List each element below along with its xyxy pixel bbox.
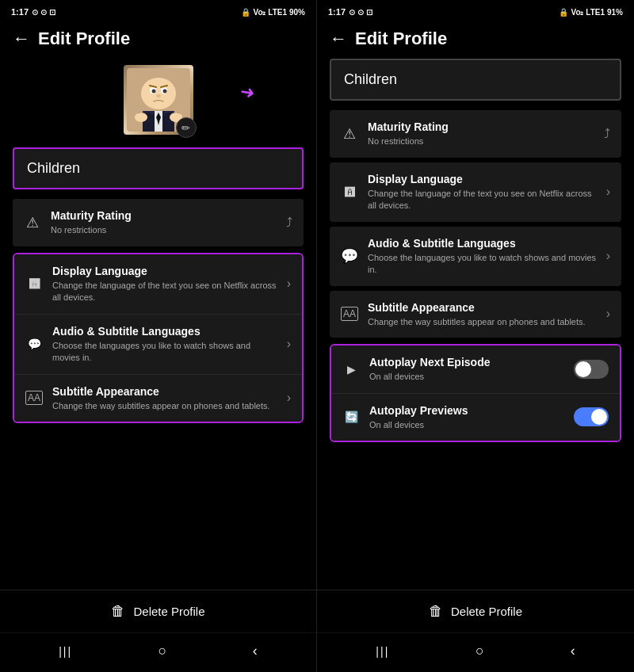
avatar-container[interactable]: ✏ [124, 65, 193, 135]
display-lang-text-right: Display Language Change the language of … [368, 172, 597, 212]
profile-name-input-left[interactable]: Children [13, 147, 304, 189]
back-button-right[interactable]: ← [330, 29, 347, 49]
svg-point-8 [156, 94, 161, 97]
profile-name-input-right[interactable]: Children [330, 59, 621, 101]
page-title-right: Edit Profile [355, 29, 447, 49]
maturity-subtitle-left: No restrictions [51, 224, 277, 236]
right-panel: 1:17 ⊙ ⊙ ⊡ 🔒 Vo₂ LTE1 91% ← Edit Profile… [317, 0, 634, 672]
autoplay-previews-icon-right: 🔄 [342, 410, 360, 423]
delete-profile-text-left: Delete Profile [133, 605, 204, 618]
subtitle-appearance-chevron-right: › [606, 307, 610, 321]
audio-subtitle-chevron-right: › [606, 249, 610, 263]
nav-back-left[interactable]: ‹ [253, 643, 258, 659]
time-right: 1:17 [328, 7, 346, 17]
battery-right: 91% [607, 8, 623, 17]
display-lang-title-left: Display Language [52, 264, 277, 278]
subtitle-appearance-text-right: Subtitle Appearance Change the way subti… [368, 300, 597, 329]
status-bar-left: 1:17 ⊙ ⊙ ⊡ 🔒 Vo₂ LTE1 90% [0, 0, 316, 22]
nav-back-right[interactable]: ‹ [571, 643, 575, 659]
bottom-nav-left: ||| ○ ‹ [0, 632, 316, 672]
back-button-left[interactable]: ← [13, 29, 30, 49]
battery-left: 90% [289, 8, 305, 17]
audio-subtitle-icon-left: 💬 [25, 338, 43, 350]
icons-right: ⊙ ⊙ ⊡ [349, 8, 372, 17]
autoplay-next-subtitle-right: On all devices [369, 371, 564, 383]
audio-subtitle-icon-right: 💬 [341, 247, 358, 265]
subtitle-appearance-text-left: Subtitle Appearance Change the way subti… [52, 384, 277, 413]
autoplay-previews-right[interactable]: 🔄 Autoplay Previews On all devices [331, 394, 620, 441]
name-input-section: Children [0, 147, 316, 199]
display-lang-title-right: Display Language [368, 172, 597, 186]
autoplay-next-toggle-right[interactable] [574, 360, 609, 379]
subtitle-appearance-chevron-left: › [287, 391, 291, 405]
maturity-text-right: Maturity Rating No restrictions [368, 120, 594, 148]
maturity-text-left: Maturity Rating No restrictions [51, 208, 277, 237]
autoplay-next-text-right: Autoplay Next Episode On all devices [369, 355, 564, 384]
settings-list-left: ⚠ Maturity Rating No restrictions ⤴ 🅰 Di… [0, 199, 316, 590]
subtitle-appearance-left[interactable]: AA Subtitle Appearance Change the way su… [14, 375, 302, 422]
autoplay-previews-knob-right [591, 409, 607, 425]
nav-home-right[interactable]: ○ [476, 643, 484, 659]
signal-right: Vo₂ LTE1 [571, 8, 605, 17]
display-lang-subtitle-right: Change the language of the text you see … [368, 188, 597, 212]
svg-point-1 [141, 78, 176, 109]
signal-left: Vo₂ LTE1 [253, 8, 287, 17]
left-panel: 1:17 ⊙ ⊙ ⊡ 🔒 Vo₂ LTE1 90% ← Edit Profile [0, 0, 317, 672]
autoplay-previews-toggle-right[interactable] [574, 407, 609, 426]
maturity-export-icon-right: ⤴ [604, 127, 610, 141]
delete-profile-bar-right[interactable]: 🗑 Delete Profile [317, 590, 634, 632]
delete-profile-bar-left[interactable]: 🗑 Delete Profile [0, 590, 316, 632]
subtitle-appearance-subtitle-left: Change the way subtitles appear on phone… [52, 400, 277, 412]
svg-point-5 [162, 90, 166, 94]
maturity-title-left: Maturity Rating [51, 208, 277, 223]
display-lang-subtitle-left: Change the language of the text you see … [52, 280, 277, 304]
nav-bars-right[interactable]: ||| [376, 645, 389, 658]
time-left: 1:17 [11, 7, 29, 17]
nav-home-left[interactable]: ○ [158, 643, 167, 659]
audio-subtitle-subtitle-right: Choose the languages you like to watch s… [368, 252, 597, 277]
audio-subtitle-chevron-left: › [287, 337, 291, 351]
svg-point-16 [135, 113, 147, 122]
audio-subtitle-text-right: Audio & Subtitle Languages Choose the la… [368, 236, 597, 277]
autoplay-next-right[interactable]: ▶ Autoplay Next Episode On all devices [331, 346, 620, 394]
display-lang-chevron-right: › [606, 185, 610, 199]
autoplay-previews-subtitle-right: On all devices [369, 419, 564, 431]
display-lang-text-left: Display Language Change the language of … [52, 264, 277, 304]
subtitle-appearance-icon-right: AA [341, 307, 358, 321]
language-group-left: 🅰 Display Language Change the language o… [13, 253, 304, 424]
subtitle-appearance-title-right: Subtitle Appearance [368, 300, 597, 315]
maturity-subtitle-right: No restrictions [368, 136, 594, 147]
trash-icon-left: 🗑 [111, 603, 125, 620]
subtitle-appearance-subtitle-right: Change the way subtitles appear on phone… [368, 316, 597, 328]
lock-icon: 🔒 [241, 8, 250, 17]
subtitle-appearance-right[interactable]: AA Subtitle Appearance Change the way su… [330, 291, 621, 338]
edit-icon-badge[interactable]: ✏ [176, 117, 197, 138]
status-bar-right: 1:17 ⊙ ⊙ ⊡ 🔒 Vo₂ LTE1 91% [317, 0, 634, 22]
bottom-nav-right: ||| ○ ‹ [317, 632, 634, 672]
maturity-setting-left[interactable]: ⚠ Maturity Rating No restrictions ⤴ [13, 199, 304, 246]
audio-subtitle-right[interactable]: 💬 Audio & Subtitle Languages Choose the … [330, 227, 621, 286]
audio-subtitle-subtitle-left: Choose the languages you like to watch s… [52, 340, 277, 365]
delete-profile-text-right: Delete Profile [451, 605, 522, 618]
page-title-left: Edit Profile [38, 29, 130, 49]
maturity-title-right: Maturity Rating [368, 120, 594, 134]
maturity-setting-right[interactable]: ⚠ Maturity Rating No restrictions ⤴ [330, 110, 621, 158]
subtitle-appearance-title-left: Subtitle Appearance [52, 384, 277, 399]
top-nav-left: ← Edit Profile [0, 22, 316, 59]
autoplay-previews-text-right: Autoplay Previews On all devices [369, 403, 564, 432]
display-lang-left[interactable]: 🅰 Display Language Change the language o… [14, 254, 302, 315]
settings-list-right: ⚠ Maturity Rating No restrictions ⤴ 🅰 Di… [317, 110, 634, 590]
display-lang-right[interactable]: 🅰 Display Language Change the language o… [330, 162, 621, 222]
audio-subtitle-title-left: Audio & Subtitle Languages [52, 324, 277, 338]
name-display-right: Children [317, 59, 634, 110]
maturity-export-icon-left: ⤴ [286, 216, 292, 230]
autoplay-next-knob-right [575, 361, 591, 377]
maturity-icon-left: ⚠ [24, 214, 41, 231]
maturity-icon-right: ⚠ [341, 125, 358, 143]
audio-subtitle-title-right: Audio & Subtitle Languages [368, 236, 597, 250]
subtitle-appearance-icon-left: AA [25, 391, 43, 405]
audio-subtitle-left[interactable]: 💬 Audio & Subtitle Languages Choose the … [14, 315, 302, 375]
autoplay-next-title-right: Autoplay Next Episode [369, 355, 564, 369]
nav-bars-left[interactable]: ||| [59, 645, 72, 658]
top-nav-right: ← Edit Profile [317, 22, 634, 59]
